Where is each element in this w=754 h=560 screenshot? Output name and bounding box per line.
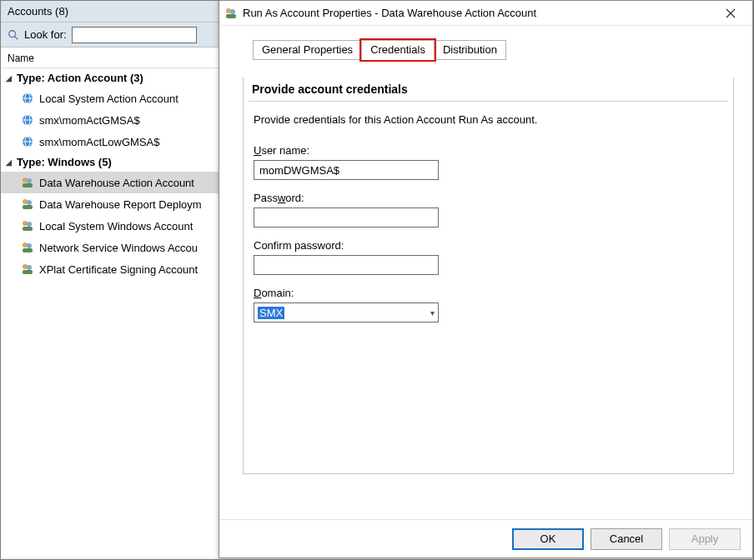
dialog-titlebar: Run As Account Properties - Data Warehou… (219, 1, 752, 26)
username-input[interactable] (254, 160, 439, 180)
apply-button[interactable]: Apply (669, 528, 741, 550)
svg-point-23 (23, 264, 28, 269)
item-label: XPlat Certificate Signing Account (39, 263, 198, 276)
item-label: Local System Action Account (39, 92, 178, 105)
tab-distribution[interactable]: Distribution (434, 40, 506, 60)
section-title: Provide account credentials (249, 78, 728, 102)
close-button[interactable] (714, 2, 747, 25)
svg-point-17 (23, 221, 28, 226)
search-icon (8, 29, 19, 41)
dialog-title: Run As Account Properties - Data Warehou… (243, 7, 714, 19)
confirm-password-label: Confirm password: (254, 239, 723, 252)
item-label: Data Warehouse Report Deploym (39, 198, 202, 211)
svg-rect-28 (226, 14, 236, 18)
look-for-input[interactable] (72, 27, 197, 43)
svg-rect-22 (23, 248, 33, 252)
chevron-down-icon: ▾ (430, 308, 435, 318)
password-label: Password: (254, 192, 723, 204)
users-key-icon (21, 262, 34, 276)
item-label: Local System Windows Account (39, 220, 193, 232)
expander-icon[interactable]: ◢ (6, 74, 12, 82)
credentials-form: User name: Password: Confirm password: (249, 144, 728, 322)
domain-selected-value: SMX (258, 307, 284, 319)
domain-combobox[interactable]: SMX ▾ (254, 302, 439, 322)
item-label: Data Warehouse Action Account (39, 177, 194, 189)
svg-point-27 (230, 9, 235, 14)
confirm-password-input[interactable] (254, 255, 439, 275)
expander-icon[interactable]: ◢ (6, 158, 12, 167)
svg-point-26 (226, 8, 231, 13)
domain-field-group: Domain: SMX ▾ (254, 287, 723, 322)
runas-properties-dialog: Run As Account Properties - Data Warehou… (219, 0, 753, 558)
svg-point-0 (9, 30, 16, 37)
users-key-icon (21, 198, 34, 211)
svg-point-20 (23, 242, 28, 248)
svg-rect-25 (23, 270, 33, 274)
svg-rect-19 (23, 227, 33, 231)
username-field-group: User name: (254, 144, 723, 180)
look-for-label: Look for: (24, 28, 67, 41)
group-label: Type: Windows (5) (17, 156, 112, 168)
users-key-icon (21, 241, 34, 254)
globe-icon (21, 92, 34, 105)
users-key-icon (21, 176, 34, 189)
section-description: Provide credentials for this Action Acco… (254, 113, 728, 126)
tab-general-properties[interactable]: General Properties (253, 40, 362, 60)
domain-label: Domain: (254, 287, 723, 299)
svg-point-24 (27, 265, 32, 270)
ok-button[interactable]: OK (512, 528, 584, 550)
item-label: Network Service Windows Accou (39, 242, 198, 254)
tab-credentials[interactable]: Credentials (361, 40, 435, 60)
account-icon (224, 7, 238, 20)
svg-point-12 (27, 178, 32, 183)
dialog-button-row: OK Cancel Apply (219, 519, 752, 558)
svg-rect-13 (23, 183, 33, 188)
svg-point-14 (23, 199, 28, 204)
users-key-icon (21, 219, 34, 232)
globe-icon (21, 113, 34, 127)
item-label: smx\momActGMSA$ (39, 114, 140, 127)
password-field-group: Password: (254, 192, 723, 228)
password-input[interactable] (254, 208, 439, 228)
tab-content-credentials: Provide account credentials Provide cred… (243, 78, 734, 474)
username-label: User name: (254, 144, 723, 157)
svg-point-18 (27, 222, 32, 227)
cancel-button[interactable]: Cancel (591, 528, 662, 550)
svg-rect-16 (23, 205, 33, 209)
globe-icon (21, 135, 34, 148)
item-label: smx\momActLowGMSA$ (39, 136, 159, 148)
close-icon (726, 8, 736, 18)
svg-point-21 (27, 243, 32, 248)
dialog-body: General Properties Credentials Distribut… (219, 26, 752, 519)
group-label: Type: Action Account (3) (17, 72, 143, 84)
svg-point-11 (23, 178, 28, 182)
confirm-password-field-group: Confirm password: (254, 239, 723, 275)
svg-line-1 (15, 36, 18, 39)
svg-point-15 (27, 200, 32, 205)
tabstrip: General Properties Credentials Distribut… (253, 39, 731, 60)
